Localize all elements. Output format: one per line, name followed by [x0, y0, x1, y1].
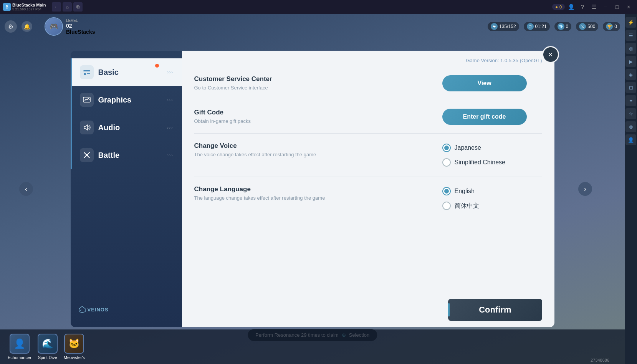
g-arrow-1: › — [167, 98, 168, 102]
battle-label: Battle — [98, 151, 120, 160]
sidebar-icon-8[interactable]: ☆ — [625, 108, 636, 119]
audio-label: Audio — [98, 123, 120, 132]
sidebar-item-graphics[interactable]: Graphics › › › — [71, 86, 182, 114]
svg-rect-0 — [83, 70, 90, 71]
change-language-info: Change Language The language change take… — [194, 185, 435, 202]
confirm-button[interactable]: Confirm — [448, 299, 542, 321]
content-header: Game Version: 1.0.5.35 (OpenGL) — [182, 51, 554, 67]
coin-icon: ● — [555, 5, 558, 9]
bs-nav-buttons: ← ⌂ ⧉ — [52, 2, 83, 12]
sidebar-icon-7[interactable]: ✦ — [625, 95, 636, 106]
sidebar-icon-3[interactable]: ◎ — [625, 43, 636, 54]
gift-code-info: Gift Code Obtain in-game gift packs — [194, 109, 435, 125]
sidebar-bottom: V VEINOS — [71, 299, 182, 319]
svg-point-4 — [86, 154, 88, 156]
audio-active-bar — [71, 114, 72, 141]
nav-arrow-right[interactable]: › — [578, 182, 592, 196]
notif-dot — [155, 64, 159, 68]
customer-service-desc: Go to Customer Service interface — [194, 84, 435, 91]
svg-text:V: V — [80, 309, 81, 311]
bluestacks-topbar: B BlueStacks Main 5.21.560.1027 P64 ← ⌂ … — [0, 0, 637, 14]
change-voice-desc: The voice change takes effect after rest… — [194, 151, 435, 158]
logo-text: VEINOS — [88, 307, 109, 313]
back-button[interactable]: ← — [52, 2, 61, 12]
gift-code-control: Enter gift code — [442, 109, 542, 125]
voice-japanese-radio[interactable] — [442, 144, 451, 152]
settings-overlay: ‹ › × Basic › › › — [0, 14, 625, 364]
audio-arrows: › › › — [167, 126, 172, 130]
change-language-row: Change Language The language change take… — [194, 177, 542, 220]
sidebar-icon-9[interactable]: ⊗ — [625, 121, 636, 132]
lang-english-option[interactable]: English — [442, 185, 475, 197]
voice-japanese-label: Japanese — [455, 144, 481, 151]
gift-code-title: Gift Code — [194, 109, 435, 116]
a-arrow-1: › — [167, 126, 168, 130]
audio-icon — [80, 121, 94, 134]
change-language-desc: The language change takes effect after r… — [194, 195, 435, 202]
battle-active-bar — [71, 141, 72, 169]
bluestacks-logo: B BlueStacks Main 5.21.560.1027 P64 — [3, 3, 46, 11]
graphics-label: Graphics — [98, 96, 132, 104]
customer-service-control: View — [442, 75, 542, 91]
vein-logo: V VEINOS — [78, 306, 109, 313]
g-arrow-2: › — [169, 98, 170, 102]
sidebar-item-audio[interactable]: Audio › › › — [71, 114, 182, 141]
sidebar-icon-4[interactable]: ▶ — [625, 56, 636, 67]
sidebar-icon-6[interactable]: ⊡ — [625, 82, 636, 93]
graphics-icon — [80, 93, 94, 107]
menu-icon[interactable]: ☰ — [589, 2, 599, 12]
sidebar-item-basic[interactable]: Basic › › › — [71, 58, 182, 86]
settings-sidebar: Basic › › › Graphics — [71, 51, 182, 327]
change-language-title: Change Language — [194, 185, 435, 193]
confirm-footer: Confirm — [182, 293, 554, 327]
change-voice-row: Change Voice The voice change takes effe… — [194, 134, 542, 177]
sidebar-item-battle[interactable]: Battle › › › — [71, 141, 182, 169]
change-voice-control: Japanese Simplified Chinese — [442, 142, 542, 168]
svg-point-1 — [84, 73, 86, 75]
home-button[interactable]: ⌂ — [63, 2, 72, 12]
enter-gift-code-button[interactable]: Enter gift code — [442, 109, 527, 125]
tab-button[interactable]: ⧉ — [73, 2, 83, 12]
right-sidebar: ⚡ ☰ ◎ ▶ ◈ ⊡ ✦ ☆ ⊗ 👤 — [625, 14, 637, 364]
settings-close-button[interactable]: × — [542, 46, 559, 63]
close-window-button[interactable]: × — [623, 2, 634, 12]
lang-chinese-radio[interactable] — [442, 202, 451, 210]
basic-icon — [80, 65, 94, 79]
content-body: Customer Service Center Go to Customer S… — [182, 67, 554, 293]
a-arrow-2: › — [169, 126, 170, 130]
minimize-button[interactable]: − — [600, 2, 611, 12]
user-icon[interactable]: 👤 — [566, 2, 576, 12]
g-arrow-3: › — [171, 98, 172, 102]
gift-code-desc: Obtain in-game gift packs — [194, 118, 435, 125]
sidebar-icon-10[interactable]: 👤 — [625, 134, 636, 145]
b-arrow-2: › — [169, 153, 170, 157]
maximize-button[interactable]: □ — [612, 2, 622, 12]
battle-arrows: › › › — [167, 153, 172, 157]
lang-chinese-label: 简休中文 — [455, 202, 479, 210]
b-arrow-1: › — [167, 153, 168, 157]
change-voice-title: Change Voice — [194, 142, 435, 150]
voice-japanese-option[interactable]: Japanese — [442, 142, 481, 154]
a-arrow-3: › — [171, 126, 172, 130]
voice-simplified-chinese-label: Simplified Chinese — [455, 159, 506, 166]
game-version: Game Version: 1.0.5.35 (OpenGL) — [466, 58, 542, 63]
basic-label: Basic — [98, 68, 119, 77]
lang-english-label: English — [455, 188, 475, 195]
sidebar-icon-1[interactable]: ⚡ — [625, 17, 636, 28]
sidebar-icon-5[interactable]: ◈ — [625, 69, 636, 80]
customer-service-row: Customer Service Center Go to Customer S… — [194, 67, 542, 100]
help-icon[interactable]: ? — [577, 2, 588, 12]
change-voice-info: Change Voice The voice change takes effe… — [194, 142, 435, 158]
change-language-control: English 简休中文 — [442, 185, 542, 212]
nav-arrow-left[interactable]: ‹ — [19, 182, 33, 196]
lang-english-radio[interactable] — [442, 187, 451, 195]
view-button[interactable]: View — [442, 75, 527, 91]
voice-simplified-chinese-option[interactable]: Simplified Chinese — [442, 157, 506, 168]
voice-simplified-chinese-radio[interactable] — [442, 158, 451, 167]
sidebar-icon-2[interactable]: ☰ — [625, 30, 636, 41]
arrow-3: › — [171, 70, 172, 74]
gift-code-row: Gift Code Obtain in-game gift packs Ente… — [194, 100, 542, 134]
lang-chinese-option[interactable]: 简休中文 — [442, 200, 479, 212]
graphics-arrows: › › › — [167, 98, 172, 102]
settings-content: Game Version: 1.0.5.35 (OpenGL) Customer… — [182, 51, 554, 327]
